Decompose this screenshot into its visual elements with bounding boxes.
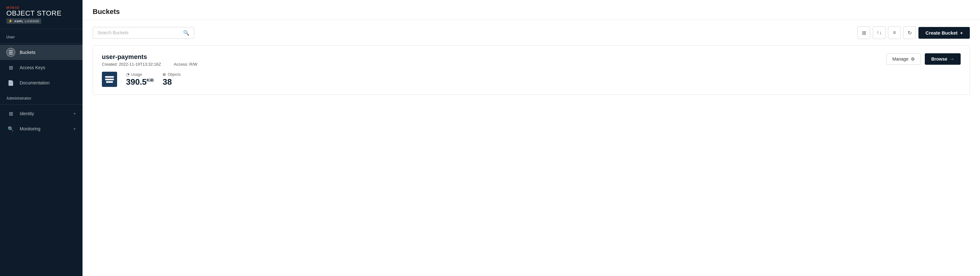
user-section: User ☰ Buckets ⊞ Access Keys 📄 Documenta… (0, 29, 83, 90)
admin-section-label: Administrator (0, 90, 83, 103)
sidebar-identity-label: Identity (20, 111, 34, 116)
bucket-card-actions: Manage ⚙ Browse → (886, 53, 961, 65)
main-content: Buckets 🔍 ⊞ ↑↓ ≡ ↻ Create Bucket + (83, 0, 980, 276)
objects-label-text: Objects (167, 72, 181, 77)
filter-button[interactable]: ↑↓ (873, 26, 885, 39)
product-name-bold: OBJECT (6, 9, 35, 17)
bucket-bar-2 (105, 79, 114, 80)
sidebar-documentation-label: Documentation (20, 80, 49, 85)
grid-icon: ⊞ (862, 30, 866, 36)
objects-value: 38 (162, 78, 181, 87)
user-section-label: User (0, 29, 83, 42)
bucket-bar-1 (105, 76, 114, 78)
buckets-list: user-payments Created: 2022-11-19T13:32:… (83, 45, 980, 105)
search-input[interactable] (97, 30, 183, 35)
usage-label-text: Usage (131, 72, 142, 77)
bucket-visual-icon (102, 72, 117, 87)
page-header: Buckets (83, 0, 980, 20)
license-icon: ⚡ (8, 19, 13, 23)
create-bucket-plus-icon: + (960, 30, 963, 35)
manage-gear-icon: ⚙ (911, 57, 915, 62)
page-title: Buckets (93, 8, 970, 16)
monitoring-icon: 🔍 (6, 124, 15, 133)
identity-icon: ⊞ (6, 109, 15, 118)
create-bucket-label: Create Bucket (926, 30, 958, 35)
create-bucket-button[interactable]: Create Bucket + (918, 27, 970, 39)
sidebar-item-documentation[interactable]: 📄 Documentation (0, 75, 83, 90)
usage-label: ◔ Usage (126, 72, 154, 77)
bucket-meta: Created: 2022-11-19T13:32:16Z Access: R/… (102, 62, 197, 67)
sidebar-access-keys-label: Access Keys (20, 65, 45, 70)
sidebar-item-identity[interactable]: ⊞ Identity ▼ (0, 106, 83, 121)
license-badge: ⚡ AGPL LICENSE (6, 18, 41, 24)
license-area: ⚡ AGPL LICENSE (6, 18, 76, 24)
buckets-icon: ☰ (6, 48, 15, 57)
sidebar-buckets-label: Buckets (20, 50, 35, 55)
bucket-card: user-payments Created: 2022-11-19T13:32:… (93, 45, 970, 95)
divider-1 (0, 43, 83, 43)
bucket-created: Created: 2022-11-19T13:32:16Z (102, 62, 161, 67)
sidebar-item-buckets[interactable]: ☰ Buckets (0, 45, 83, 60)
browse-arrow-icon: → (950, 57, 954, 62)
usage-stat: ◔ Usage 390.5KiB (126, 72, 154, 87)
objects-stat: ⊕ Objects 38 (162, 72, 181, 87)
bucket-card-header: user-payments Created: 2022-11-19T13:32:… (102, 53, 961, 67)
objects-label: ⊕ Objects (162, 72, 181, 77)
sidebar-item-monitoring[interactable]: 🔍 Monitoring ▼ (0, 121, 83, 136)
browse-button[interactable]: Browse → (925, 53, 961, 65)
administrator-section: Administrator ⊞ Identity ▼ 🔍 Monitoring … (0, 90, 83, 136)
grid-view-button[interactable]: ⊞ (858, 26, 870, 39)
sort-button[interactable]: ≡ (888, 26, 900, 39)
bucket-info: user-payments Created: 2022-11-19T13:32:… (102, 53, 197, 67)
objects-icon: ⊕ (162, 72, 166, 77)
sort-icon: ≡ (893, 30, 896, 35)
manage-button[interactable]: Manage ⚙ (886, 53, 921, 65)
search-icon[interactable]: 🔍 (183, 30, 189, 36)
manage-label: Manage (892, 57, 908, 62)
sidebar-item-access-keys[interactable]: ⊞ Access Keys (0, 60, 83, 75)
usage-number: 390.5 (126, 77, 146, 87)
license-text: AGPL (14, 20, 24, 23)
filter-icon: ↑↓ (877, 30, 881, 35)
access-keys-icon: ⊞ (6, 63, 15, 72)
browse-label: Browse (931, 57, 947, 62)
search-box: 🔍 (93, 27, 194, 39)
sidebar: MINIO OBJECT STORE ⚡ AGPL LICENSE User ☰… (0, 0, 83, 276)
usage-icon: ◔ (126, 72, 129, 77)
bucket-stats: ◔ Usage 390.5KiB ⊕ Objects 38 (102, 72, 961, 87)
toolbar-actions: ⊞ ↑↓ ≡ ↻ Create Bucket + (858, 26, 970, 39)
usage-value: 390.5KiB (126, 78, 154, 87)
refresh-button[interactable]: ↻ (903, 26, 916, 39)
sidebar-monitoring-label: Monitoring (20, 126, 40, 131)
logo-area: MINIO OBJECT STORE ⚡ AGPL LICENSE (0, 0, 83, 29)
toolbar: 🔍 ⊞ ↑↓ ≡ ↻ Create Bucket + (83, 20, 980, 45)
bucket-name: user-payments (102, 53, 197, 60)
bucket-bar-3 (106, 81, 113, 83)
product-name: OBJECT STORE (6, 10, 76, 17)
usage-unit: KiB (146, 78, 154, 83)
monitoring-expand-icon: ▼ (73, 127, 76, 131)
license-suffix: LICENSE (25, 20, 39, 23)
identity-expand-icon: ▼ (73, 112, 76, 116)
product-name-light: STORE (35, 9, 62, 17)
documentation-icon: 📄 (6, 78, 15, 87)
bucket-access: Access: R/W (173, 62, 197, 67)
refresh-icon: ↻ (908, 30, 912, 36)
